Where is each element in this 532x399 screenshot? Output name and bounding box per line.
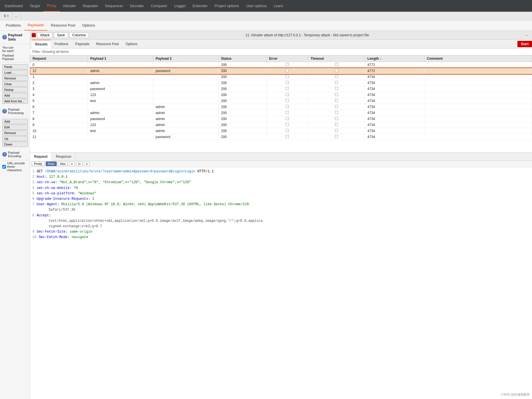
nav-sequencer[interactable]: Sequencer xyxy=(102,0,126,12)
request-line: 5sec-ch-ua-platform: "Windows" xyxy=(32,191,530,196)
nav-target[interactable]: Target xyxy=(26,0,43,12)
col-payload1[interactable]: Payload 1 xyxy=(88,55,153,62)
table-row[interactable]: 41232004734 xyxy=(30,92,532,98)
fmt-icon-list[interactable]: ≡ xyxy=(84,161,90,166)
nav-extender[interactable]: Extender xyxy=(189,0,211,12)
attack-window: Attack Save Columns 11. Intruder attack … xyxy=(30,31,532,399)
remove-rule-btn[interactable]: Remove xyxy=(2,130,28,135)
request-line: 2Host: 127.0.0.1 xyxy=(32,174,530,180)
fmt-hex[interactable]: Hex xyxy=(58,161,68,166)
payload-processing-help-icon[interactable]: ? xyxy=(2,109,7,113)
col-error[interactable]: Error xyxy=(267,55,308,62)
load-btn[interactable]: Load ... xyxy=(2,70,28,75)
watermark: CSDN @杭城我最帅 xyxy=(501,392,530,397)
attack-btn[interactable]: Attack xyxy=(37,32,53,38)
tab-row: 6 × ... xyxy=(0,12,532,20)
sub-nav: Positions Payloads Resource Pool Options xyxy=(0,20,532,31)
col-comment[interactable]: Comment xyxy=(424,55,532,62)
nav-proxy[interactable]: Proxy xyxy=(43,0,60,12)
dedup-btn[interactable]: Dedup xyxy=(2,87,28,92)
request-line: text/html,application/xhtml+xml,applicat… xyxy=(32,218,530,224)
nav-comparer[interactable]: Comparer xyxy=(147,0,171,12)
down-btn[interactable]: Down xyxy=(2,142,28,147)
request-line: 3sec-ch-ua: "Not_A_Brand";v="8", "Chromi… xyxy=(32,180,530,185)
col-status[interactable]: Status xyxy=(219,55,267,62)
top-nav: Dashboard Target Proxy Intruder Repeater… xyxy=(0,0,532,12)
table-row[interactable]: 3password2004734 xyxy=(30,86,532,92)
fmt-raw[interactable]: Raw xyxy=(46,161,57,166)
fmt-pretty[interactable]: Pretty xyxy=(32,161,45,166)
add-btn[interactable]: Add xyxy=(2,93,28,98)
payload-sets-info: You can for each Payload Payload xyxy=(0,44,30,63)
table-row[interactable]: 6admin2004734 xyxy=(30,104,532,110)
payload-encoding-help-icon[interactable]: ? xyxy=(2,152,7,157)
col-payload2[interactable]: Payload 2 xyxy=(153,55,219,62)
add-rule-btn[interactable]: Add xyxy=(2,119,28,124)
tab-dots[interactable]: ... xyxy=(12,12,21,20)
subnav-resource-pool[interactable]: Resource Pool xyxy=(47,20,79,31)
table-row[interactable]: 12004734 xyxy=(30,74,532,80)
attack-tab-payloads[interactable]: Payloads xyxy=(72,40,93,48)
attack-tab-resource-pool[interactable]: Resource Pool xyxy=(93,40,122,48)
remove-btn[interactable]: Remove xyxy=(2,76,28,81)
url-encode-checkbox[interactable] xyxy=(2,165,6,169)
col-timeout[interactable]: Timeout xyxy=(308,55,365,62)
attack-title: 11. Intruder attack of http://127.0.0.1 … xyxy=(90,33,524,37)
table-row[interactable]: 8passwordadmin2004734 xyxy=(30,116,532,122)
fmt-icon-table[interactable]: ≡ xyxy=(69,161,75,166)
save-btn[interactable]: Save xyxy=(54,32,68,38)
subnav-options[interactable]: Options xyxy=(79,20,98,31)
nav-logger[interactable]: Logger xyxy=(171,0,189,12)
table-row[interactable]: 7adminadmin2004734 xyxy=(30,110,532,116)
table-row[interactable]: 9123admin2004734 xyxy=(30,122,532,128)
table-row[interactable]: 02004772 xyxy=(30,62,532,68)
attack-toolbar: Attack Save Columns 11. Intruder attack … xyxy=(30,31,532,40)
edit-rule-btn[interactable]: Edit xyxy=(2,125,28,130)
results-table-container[interactable]: Request Payload 1 Payload 2 Status Error… xyxy=(30,55,532,152)
attack-icon xyxy=(32,33,36,37)
nav-project-options[interactable]: Project options xyxy=(211,0,243,12)
table-row[interactable]: 11password2004734 xyxy=(30,134,532,140)
request-line: 1GET /DVWA/vulnerabilities/brute/?userna… xyxy=(32,169,530,174)
payload-sets-help-icon[interactable]: ? xyxy=(2,35,7,39)
attack-tab-results[interactable]: Results xyxy=(32,40,51,48)
tab-response[interactable]: Response xyxy=(52,153,76,161)
up-btn[interactable]: Up xyxy=(2,136,28,141)
columns-btn[interactable]: Columns xyxy=(69,32,89,38)
attack-tab-options[interactable]: Options xyxy=(122,40,141,48)
paste-btn[interactable]: Paste xyxy=(2,64,28,69)
nav-learn[interactable]: Learn xyxy=(270,0,287,12)
subnav-positions[interactable]: Positions xyxy=(2,20,24,31)
nav-dashboard[interactable]: Dashboard xyxy=(1,0,26,12)
table-row[interactable]: 10testadmin2004734 xyxy=(30,128,532,134)
nav-user-options[interactable]: User options xyxy=(243,0,270,12)
tab-6[interactable]: 6 × xyxy=(1,12,12,20)
nav-repeater[interactable]: Repeater xyxy=(80,0,102,12)
subnav-payloads[interactable]: Payloads xyxy=(24,20,47,31)
nav-decoder[interactable]: Decoder xyxy=(126,0,147,12)
payload-processing-header: ? Payload Processing xyxy=(0,105,30,117)
attack-sub-nav: Results Positions Payloads Resource Pool… xyxy=(30,40,517,48)
request-line: 7User-Agent: Mozilla/5.0 (Windows NT 10.… xyxy=(32,202,530,207)
attack-tab-positions[interactable]: Positions xyxy=(51,40,72,48)
tab-request[interactable]: Request xyxy=(30,153,52,161)
table-row[interactable]: 12adminpassword2004772 xyxy=(30,68,532,74)
request-line: signed-exchange;v=b3;q=0.7 xyxy=(32,224,530,229)
payload-encoding-title: Payload Encoding xyxy=(8,151,27,158)
table-row[interactable]: 2admin2004734 xyxy=(30,80,532,86)
nav-intruder[interactable]: Intruder xyxy=(60,0,80,12)
request-line: 8Accept: xyxy=(32,213,530,218)
request-line: 4sec-ch-ua-mobile: ?0 xyxy=(32,185,530,191)
table-row[interactable]: 5test2004734 xyxy=(30,98,532,104)
start-btn[interactable]: Start xyxy=(517,41,532,47)
close-btn[interactable]: – xyxy=(524,33,530,38)
fmt-icon-newline[interactable]: \n xyxy=(76,161,83,166)
format-bar: Pretty Raw Hex ≡ \n ≡ xyxy=(30,161,532,167)
col-length[interactable]: Length ↓ xyxy=(365,55,424,62)
request-content[interactable]: 1GET /DVWA/vulnerabilities/brute/?userna… xyxy=(30,167,532,261)
add-from-btn[interactable]: Add from list... xyxy=(2,99,28,104)
left-panel: ? Payload Sets You can for each Payload … xyxy=(0,31,30,399)
clear-btn[interactable]: Clear xyxy=(2,81,28,87)
col-request[interactable]: Request xyxy=(30,55,88,62)
request-line: 6Upgrade-Insecure-Requests: 1 xyxy=(32,196,530,202)
